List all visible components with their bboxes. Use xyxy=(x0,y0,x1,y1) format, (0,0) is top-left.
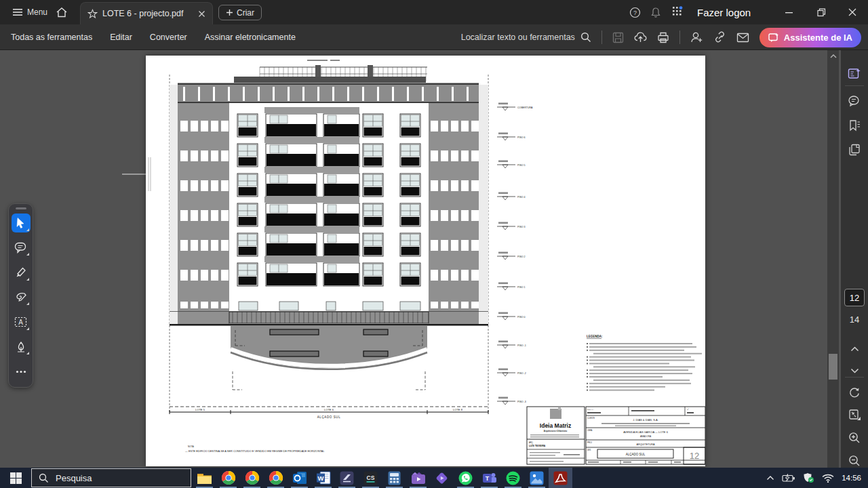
cloud-upload-icon[interactable] xyxy=(634,31,647,43)
restore-button[interactable] xyxy=(808,0,835,24)
taskbar-app-chrome-2[interactable] xyxy=(240,468,264,488)
svg-text:CS: CS xyxy=(367,474,375,481)
scrollbar-thumb[interactable] xyxy=(829,354,837,380)
taskbar-app-cs-app[interactable]: CS xyxy=(359,468,382,488)
taskbar-app-calculator[interactable] xyxy=(382,468,406,488)
svg-text:W: W xyxy=(317,474,323,482)
svg-text:12: 12 xyxy=(690,451,699,461)
page-thumbnails-icon[interactable] xyxy=(846,141,863,159)
svg-text:PISO 1: PISO 1 xyxy=(517,286,526,289)
minimize-icon xyxy=(785,12,793,13)
comment-tool[interactable] xyxy=(12,239,31,258)
comments-panel-icon[interactable] xyxy=(846,92,863,110)
menu-esign[interactable]: Assinar eletronicamente xyxy=(205,33,296,42)
draw-tool[interactable] xyxy=(12,288,31,307)
taskbar-app-photos[interactable] xyxy=(525,468,549,488)
menu-all-tools[interactable]: Todas as ferramentas xyxy=(11,33,92,42)
battery-icon[interactable] xyxy=(782,474,795,483)
svg-text:ALÇADO SUL: ALÇADO SUL xyxy=(317,415,341,419)
page-up-button[interactable] xyxy=(846,340,863,358)
link-icon[interactable] xyxy=(713,31,726,43)
star-icon xyxy=(87,9,98,19)
fill-sign-tool[interactable] xyxy=(12,338,31,357)
print-icon[interactable] xyxy=(657,32,669,43)
document-tab[interactable]: LOTE 6 - projecto.pdf xyxy=(80,2,213,24)
taskbar-app-outlook[interactable] xyxy=(288,468,311,488)
start-button[interactable] xyxy=(0,468,31,488)
svg-text:LUÍS TEIXEIRA: LUÍS TEIXEIRA xyxy=(529,444,546,447)
svg-text:LOTE 8: LOTE 8 xyxy=(453,408,463,411)
ai-assistant-button[interactable]: Assistente de IA xyxy=(760,28,861,47)
taskbar-search[interactable]: Pesquisa xyxy=(31,468,191,487)
select-tool[interactable] xyxy=(12,214,31,232)
panel-grip[interactable] xyxy=(16,207,26,209)
taskbar-app-acrobat[interactable] xyxy=(549,468,572,488)
fit-page-button[interactable] xyxy=(846,406,863,424)
rotate-page-button[interactable] xyxy=(846,384,863,401)
tab-close-icon[interactable] xyxy=(198,10,205,18)
sidebar-separator xyxy=(845,85,864,86)
login-button[interactable]: Fazer logon xyxy=(697,0,751,24)
current-page-indicator[interactable]: 12 xyxy=(844,289,865,306)
restore-icon xyxy=(817,8,826,17)
svg-text:Nº: Nº xyxy=(687,408,689,411)
windows-logo-icon xyxy=(10,472,22,484)
clock[interactable]: 14:56 xyxy=(842,474,861,482)
hamburger-icon xyxy=(12,8,23,16)
plus-icon xyxy=(226,9,233,16)
windows-taskbar: Pesquisa WCST xyxy=(0,468,868,488)
add-user-icon[interactable] xyxy=(690,31,703,43)
svg-text:ESCALA: ESCALA xyxy=(587,409,594,411)
svg-text:NOTA:: NOTA: xyxy=(188,445,195,448)
svg-text:DES: DES xyxy=(587,449,591,451)
svg-text:LOTE 6: LOTE 6 xyxy=(324,408,334,411)
taskbar-app-word[interactable]: W xyxy=(311,468,335,488)
security-shield-icon[interactable] xyxy=(803,472,814,483)
ai-chat-icon xyxy=(768,33,779,43)
zoom-in-button[interactable] xyxy=(846,429,863,447)
taskbar-app-chrome-3[interactable] xyxy=(264,468,288,488)
svg-text:ARQUITETURA: ARQUITETURA xyxy=(636,443,655,446)
notifications-button[interactable] xyxy=(650,0,661,24)
menu-convert[interactable]: Converter xyxy=(150,33,187,42)
home-button[interactable] xyxy=(56,0,68,24)
tab-title: LOTE 6 - projecto.pdf xyxy=(102,9,184,18)
taskbar-app-file-explorer[interactable] xyxy=(193,468,216,488)
svg-text:PISO 3: PISO 3 xyxy=(517,226,526,228)
vertical-scrollbar[interactable] xyxy=(827,50,839,468)
find-field[interactable]: Localizar texto ou ferramentas xyxy=(461,32,591,43)
taskbar-app-chrome-1[interactable] xyxy=(216,468,240,488)
taskbar-app-whatsapp[interactable] xyxy=(454,468,477,488)
tray-expand-icon[interactable] xyxy=(766,475,774,481)
taskbar-app-spotify[interactable] xyxy=(501,468,525,488)
main-toolbar: Todas as ferramentas Editar Converter As… xyxy=(0,24,868,50)
svg-text:PISO -3: PISO -3 xyxy=(517,401,526,403)
svg-text:CLIENTE: CLIENTE xyxy=(587,417,595,420)
taskbar-app-media-app[interactable] xyxy=(406,468,430,488)
save-icon[interactable] xyxy=(612,32,624,43)
scroll-up-arrow[interactable] xyxy=(827,52,839,61)
email-icon[interactable] xyxy=(736,33,749,43)
document-viewer[interactable]: LOTE 5LOTE 6LOTE 8ALÇADO SULNOTA:— ESTE … xyxy=(0,50,868,468)
taskbar-app-diamond-app[interactable] xyxy=(430,468,454,488)
more-tool[interactable] xyxy=(12,362,31,381)
tool-dropdown-corner xyxy=(26,352,29,354)
highlight-tool[interactable] xyxy=(12,263,31,282)
bookmarks-panel-icon[interactable] xyxy=(846,117,863,134)
menu-button[interactable]: Menu xyxy=(12,0,47,24)
taskbar-app-scanner-app[interactable] xyxy=(335,468,359,488)
help-button[interactable]: ? xyxy=(629,0,641,24)
text-box-tool[interactable]: A xyxy=(12,312,31,331)
menu-label: Menu xyxy=(27,7,47,17)
bell-icon xyxy=(650,7,661,18)
menu-edit[interactable]: Editar xyxy=(110,33,132,42)
create-button[interactable]: Criar xyxy=(218,5,262,20)
wifi-icon[interactable] xyxy=(822,474,834,483)
drawing-overflow-line xyxy=(122,174,146,175)
taskbar-app-teams[interactable]: T xyxy=(477,468,501,488)
apps-grid-button[interactable] xyxy=(671,0,684,24)
toolbar-actions: Localizar texto ou ferramentas xyxy=(461,24,861,50)
ai-assistant-panel-icon[interactable] xyxy=(846,65,863,83)
close-button[interactable] xyxy=(839,0,866,24)
minimize-button[interactable] xyxy=(776,0,803,24)
